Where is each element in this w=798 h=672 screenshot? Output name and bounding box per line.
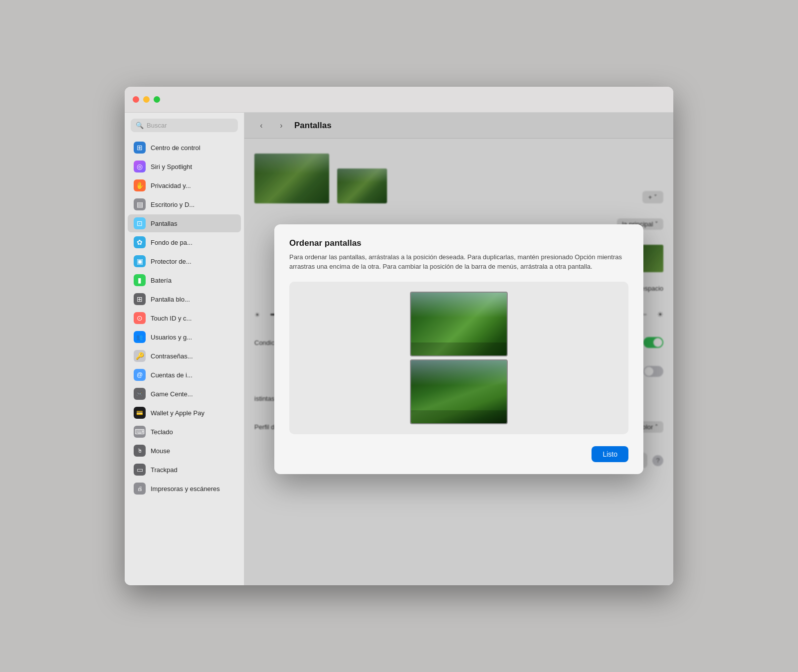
- usuarios-icon: 👥: [134, 331, 146, 343]
- close-button[interactable]: [133, 96, 139, 103]
- sidebar-item-label: Mouse: [151, 447, 170, 455]
- sidebar-item-impresoras[interactable]: 🖨 Impresoras y escáneres: [128, 480, 241, 498]
- modal-footer: Listo: [289, 446, 628, 462]
- search-box[interactable]: 🔍 Buscar: [131, 119, 238, 132]
- sidebar-item-label: Fondo de pa...: [151, 239, 193, 246]
- fondo-icon: ✿: [134, 236, 146, 248]
- sidebar-item-label: Wallet y Apple Pay: [151, 409, 204, 417]
- wallet-icon: 💳: [134, 407, 146, 419]
- sidebar-item-pantallas[interactable]: ⊡ Pantallas: [128, 214, 241, 232]
- bateria-icon: ▮: [134, 274, 146, 286]
- main-window: 🔍 Buscar ⊞ Centro de control ◎ Siri y Sp…: [125, 87, 673, 585]
- modal-display-thumb-top[interactable]: [410, 292, 508, 356]
- modal-title: Ordenar pantallas: [289, 238, 628, 248]
- sidebar-item-touch-id[interactable]: ⊙ Touch ID y c...: [128, 309, 241, 327]
- modal-overlay: Ordenar pantallas Para ordenar las panta…: [244, 113, 673, 585]
- game-center-icon: 🎮: [134, 388, 146, 400]
- sidebar-item-label: Siri y Spotlight: [151, 163, 192, 170]
- centro-control-icon: ⊞: [134, 142, 146, 154]
- sidebar-item-label: Privacidad y...: [151, 182, 191, 189]
- sidebar-item-label: Usuarios y g...: [151, 334, 192, 341]
- sidebar-item-mouse[interactable]: 🖱 Mouse: [128, 442, 241, 460]
- sidebar-item-privacidad[interactable]: ✋ Privacidad y...: [128, 176, 241, 194]
- sidebar-item-contrasenas[interactable]: 🔑 Contraseñas...: [128, 347, 241, 365]
- content-area: ‹ › Pantallas + ˅ la: [244, 113, 673, 585]
- main-area: 🔍 Buscar ⊞ Centro de control ◎ Siri y Sp…: [125, 113, 673, 585]
- siri-icon: ◎: [134, 161, 146, 172]
- cuentas-icon: @: [134, 369, 146, 381]
- sidebar-item-siri-spotlight[interactable]: ◎ Siri y Spotlight: [128, 158, 241, 175]
- escritorio-icon: ▤: [134, 198, 146, 210]
- sidebar-item-label: Trackpad: [151, 466, 178, 474]
- sidebar-item-label: Cuentas de i...: [151, 371, 193, 379]
- sidebar: 🔍 Buscar ⊞ Centro de control ◎ Siri y Sp…: [125, 113, 244, 585]
- maximize-button[interactable]: [154, 96, 160, 103]
- sidebar-item-cuentas[interactable]: @ Cuentas de i...: [128, 366, 241, 384]
- pantallas-icon: ⊡: [134, 217, 146, 229]
- sidebar-item-trackpad[interactable]: ▭ Trackpad: [128, 461, 241, 479]
- modal-display-thumb-bottom[interactable]: [410, 359, 508, 424]
- traffic-lights: [133, 96, 160, 103]
- sidebar-item-label: Pantalla blo...: [151, 296, 190, 303]
- modal-display-area[interactable]: [289, 282, 628, 434]
- sidebar-item-label: Centro de control: [151, 144, 200, 152]
- impresoras-icon: 🖨: [134, 483, 146, 495]
- pantalla-bloq-icon: ⊞: [134, 293, 146, 305]
- mouse-icon: 🖱: [134, 445, 146, 457]
- touch-id-icon: ⊙: [134, 312, 146, 324]
- sidebar-item-label: Teclado: [151, 428, 173, 436]
- sidebar-item-wallet[interactable]: 💳 Wallet y Apple Pay: [128, 404, 241, 422]
- sidebar-item-usuarios[interactable]: 👥 Usuarios y g...: [128, 328, 241, 346]
- sidebar-item-protector[interactable]: ▣ Protector de...: [128, 252, 241, 270]
- minimize-button[interactable]: [143, 96, 150, 103]
- trackpad-icon: ▭: [134, 464, 146, 476]
- sidebar-item-label: Escritorio y D...: [151, 201, 195, 208]
- contrasenas-icon: 🔑: [134, 350, 146, 362]
- sidebar-item-label: Touch ID y c...: [151, 315, 192, 322]
- sidebar-item-fondo[interactable]: ✿ Fondo de pa...: [128, 233, 241, 251]
- modal-description: Para ordenar las pantallas, arrástralas …: [289, 252, 628, 272]
- sidebar-item-bateria[interactable]: ▮ Batería: [128, 271, 241, 289]
- protector-icon: ▣: [134, 255, 146, 267]
- modal-dialog: Ordenar pantallas Para ordenar las panta…: [274, 224, 643, 474]
- sidebar-item-pantalla-bloq[interactable]: ⊞ Pantalla blo...: [128, 290, 241, 308]
- teclado-icon: ⌨: [134, 426, 146, 438]
- sidebar-item-label: Batería: [151, 277, 172, 284]
- sidebar-item-label: Pantallas: [151, 220, 177, 227]
- search-icon: 🔍: [136, 122, 144, 129]
- privacidad-icon: ✋: [134, 179, 146, 191]
- sidebar-item-centro-control[interactable]: ⊞ Centro de control: [128, 139, 241, 157]
- sidebar-item-escritorio[interactable]: ▤ Escritorio y D...: [128, 195, 241, 213]
- sidebar-item-label: Impresoras y escáneres: [151, 485, 220, 493]
- sidebar-item-label: Contraseñas...: [151, 352, 193, 360]
- search-input[interactable]: Buscar: [147, 122, 167, 129]
- sidebar-item-label: Game Cente...: [151, 390, 193, 398]
- sidebar-item-teclado[interactable]: ⌨ Teclado: [128, 423, 241, 441]
- sidebar-item-label: Protector de...: [151, 258, 192, 265]
- titlebar: [125, 87, 673, 113]
- listo-button[interactable]: Listo: [592, 446, 628, 462]
- sidebar-item-game-center[interactable]: 🎮 Game Cente...: [128, 385, 241, 403]
